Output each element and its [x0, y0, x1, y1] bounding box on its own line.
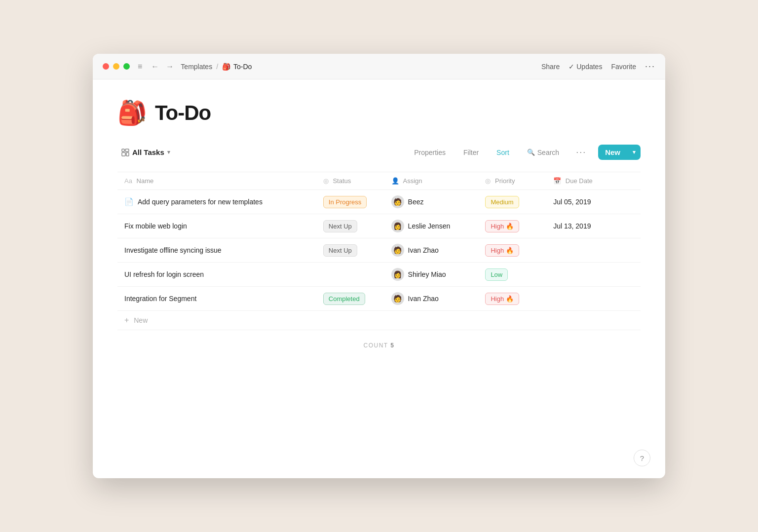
- close-button[interactable]: [103, 63, 109, 70]
- task-priority-cell[interactable]: High 🔥: [478, 287, 546, 311]
- task-duedate-cell: [546, 287, 641, 311]
- avatar: 🧑: [391, 195, 404, 208]
- col-name-label: Name: [137, 177, 154, 185]
- col-priority-label: Priority: [495, 177, 515, 185]
- breadcrumb-parent[interactable]: Templates: [181, 63, 212, 71]
- table-row[interactable]: 📄 Add query parameters for new templates…: [117, 190, 641, 214]
- help-button[interactable]: ?: [634, 450, 650, 466]
- col-header-status: ◎ Status: [316, 172, 384, 190]
- task-duedate-cell: Jul 13, 2019: [546, 214, 641, 238]
- task-priority-cell[interactable]: High 🔥: [478, 238, 546, 263]
- task-name-cell[interactable]: 📄 Add query parameters for new templates: [117, 190, 316, 214]
- doc-icon: 📄: [124, 197, 134, 206]
- col-status-label: Status: [333, 177, 351, 185]
- task-priority-cell[interactable]: Low: [478, 263, 546, 287]
- table-row[interactable]: Integration for Segment Completed 🧑 Ivan…: [117, 287, 641, 311]
- task-assign-cell[interactable]: 👩 Leslie Jensen: [384, 214, 479, 238]
- task-status-cell[interactable]: Next Up: [316, 214, 384, 238]
- minimize-button[interactable]: [113, 63, 119, 70]
- grid-icon: [121, 149, 129, 156]
- properties-button[interactable]: Properties: [409, 146, 451, 159]
- task-status-cell[interactable]: Next Up: [316, 238, 384, 263]
- sort-button[interactable]: Sort: [492, 146, 514, 159]
- search-button[interactable]: 🔍 Search: [522, 146, 564, 159]
- more-toolbar-button[interactable]: ···: [572, 145, 590, 159]
- add-new-label: New: [134, 316, 148, 324]
- task-name: Investigate offline syncing issue: [124, 246, 222, 254]
- task-name-cell[interactable]: Integration for Segment: [117, 287, 316, 311]
- plus-icon: +: [124, 316, 129, 324]
- more-options-button[interactable]: ···: [645, 61, 655, 72]
- search-icon: 🔍: [527, 149, 535, 156]
- add-new-cell[interactable]: + New: [117, 311, 641, 330]
- updates-button[interactable]: ✓ Updates: [568, 63, 602, 71]
- back-arrow-icon[interactable]: ←: [149, 61, 161, 72]
- status-badge: Next Up: [323, 244, 357, 257]
- assign-name: Ivan Zhao: [408, 295, 439, 303]
- status-badge: Completed: [323, 293, 365, 305]
- priority-badge: High 🔥: [485, 220, 519, 232]
- maximize-button[interactable]: [123, 63, 130, 70]
- task-status-cell[interactable]: In Progress: [316, 190, 384, 214]
- task-priority-cell[interactable]: High 🔥: [478, 214, 546, 238]
- task-status-cell[interactable]: Completed: [316, 287, 384, 311]
- priority-badge: Medium: [485, 196, 519, 208]
- toolbar: All Tasks ▾ Properties Filter Sort 🔍 Sea…: [117, 145, 641, 164]
- task-status-cell[interactable]: [316, 263, 384, 287]
- assign-name: Shirley Miao: [408, 270, 446, 278]
- checkmark-icon: ✓: [568, 63, 574, 71]
- all-tasks-view-button[interactable]: All Tasks ▾: [117, 146, 174, 158]
- task-assign-cell[interactable]: 🧑 Ivan Zhao: [384, 238, 479, 263]
- task-assign-cell[interactable]: 🧑 Ivan Zhao: [384, 287, 479, 311]
- svg-rect-2: [122, 152, 125, 156]
- all-tasks-label: All Tasks: [132, 148, 164, 156]
- col-header-duedate: 📅 Due Date: [546, 172, 641, 190]
- tasks-table: Aa Name ◎ Status 👤 Assign ◎ Priority: [117, 172, 641, 330]
- task-priority-cell[interactable]: Medium: [478, 190, 546, 214]
- assign-name: Beez: [408, 198, 424, 206]
- add-new-row[interactable]: + New: [117, 311, 641, 330]
- table-row[interactable]: UI refresh for login screen 👩 Shirley Mi…: [117, 263, 641, 287]
- task-duedate-cell: Jul 05, 2019: [546, 190, 641, 214]
- app-window: ≡ ← → Templates / 🎒 To-Do Share ✓ Update…: [93, 54, 665, 478]
- table-row[interactable]: Fix mobile web login Next Up 👩 Leslie Je…: [117, 214, 641, 238]
- task-duedate-cell: [546, 263, 641, 287]
- share-button[interactable]: Share: [541, 63, 560, 71]
- task-assign-cell[interactable]: 👩 Shirley Miao: [384, 263, 479, 287]
- task-name: Integration for Segment: [124, 295, 196, 303]
- page-emoji: 🎒: [117, 99, 147, 127]
- nav-arrows: ← →: [149, 61, 176, 72]
- task-name: Fix mobile web login: [124, 222, 187, 230]
- table-row[interactable]: Investigate offline syncing issue Next U…: [117, 238, 641, 263]
- task-name-cell[interactable]: Investigate offline syncing issue: [117, 238, 316, 263]
- task-assign-cell[interactable]: 🧑 Beez: [384, 190, 479, 214]
- forward-arrow-icon[interactable]: →: [164, 61, 176, 72]
- assign-name: Ivan Zhao: [408, 246, 439, 254]
- breadcrumb-separator: /: [216, 63, 218, 71]
- svg-rect-1: [125, 149, 129, 152]
- hamburger-icon[interactable]: ≡: [138, 62, 142, 71]
- page-content: 🎒 To-Do All Tasks ▾: [93, 79, 665, 369]
- status-badge: In Progress: [323, 196, 367, 208]
- titlebar-actions: Share ✓ Updates Favorite ···: [541, 61, 655, 72]
- priority-badge: High 🔥: [485, 293, 519, 305]
- status-badge: Next Up: [323, 220, 357, 232]
- favorite-button[interactable]: Favorite: [611, 63, 636, 71]
- filter-button[interactable]: Filter: [458, 146, 484, 159]
- avatar: 👩: [391, 220, 404, 232]
- assign-name: Leslie Jensen: [408, 222, 451, 230]
- new-btn-arrow[interactable]: ▾: [628, 146, 641, 159]
- task-name-cell[interactable]: Fix mobile web login: [117, 214, 316, 238]
- task-name: UI refresh for login screen: [124, 270, 204, 278]
- page-title-row: 🎒 To-Do: [117, 99, 641, 127]
- new-btn-label: New: [598, 145, 627, 160]
- breadcrumb-current: 🎒 To-Do: [222, 63, 252, 71]
- status-col-icon: ◎: [323, 177, 329, 185]
- traffic-lights: [103, 63, 130, 70]
- col-duedate-label: Due Date: [566, 177, 593, 185]
- search-label: Search: [537, 149, 559, 156]
- avatar: 🧑: [391, 292, 404, 305]
- task-name-cell[interactable]: UI refresh for login screen: [117, 263, 316, 287]
- avatar: 🧑: [391, 244, 404, 257]
- new-task-button[interactable]: New ▾: [598, 145, 641, 160]
